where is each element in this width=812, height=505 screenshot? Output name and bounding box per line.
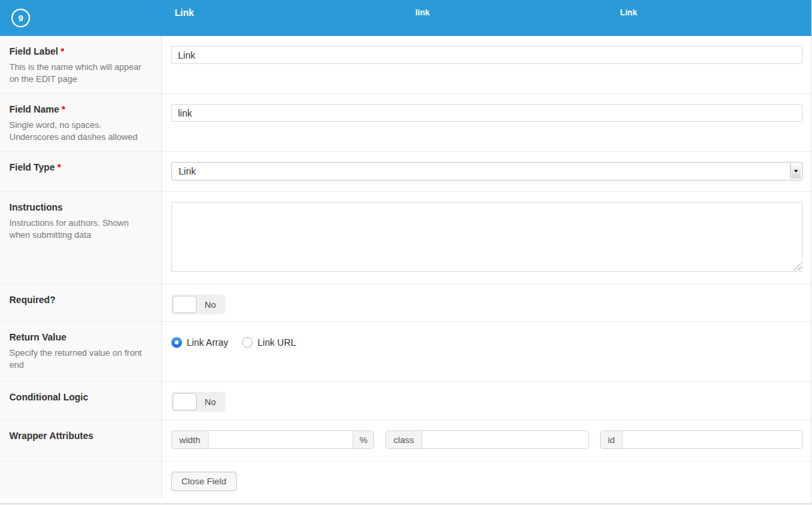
toggle-knob[interactable]: [173, 393, 197, 410]
wrapper-id-group: id: [600, 430, 803, 449]
wrapper-width-percent-label: %: [353, 431, 373, 448]
row-return-value-heading: Return Value Specify the returned value …: [0, 322, 162, 381]
row-field-label: Field Label * This is the name which wil…: [0, 36, 811, 93]
wrapper-class-input[interactable]: [422, 431, 588, 448]
wrapper-attributes-title: Wrapper Attributes: [9, 430, 151, 441]
wrapper-width-prepend-label: width: [172, 431, 209, 448]
required-asterisk: *: [62, 104, 65, 115]
wrapper-width-group: width %: [171, 430, 374, 449]
instructions-textarea[interactable]: [171, 202, 803, 272]
wrapper-width-input[interactable]: [209, 431, 353, 448]
row-field-type-content: Link: [162, 152, 811, 191]
field-name-input[interactable]: [171, 104, 803, 122]
handle-field-label: Link: [162, 0, 415, 18]
row-close-field-content: Close Field: [162, 462, 811, 498]
row-field-name: Field Name * Single word, no spaces. Und…: [0, 93, 811, 151]
wrapper-id-input[interactable]: [623, 431, 802, 448]
return-value-radio-group: Link Array Link URL: [171, 332, 803, 348]
row-field-type-heading: Field Type *: [0, 152, 162, 191]
required-asterisk: *: [61, 46, 64, 57]
row-required-heading: Required?: [0, 284, 162, 321]
handle-field-type: Link: [620, 0, 811, 17]
radio-option-link-url[interactable]: Link URL: [242, 337, 296, 348]
radio-unselected-icon[interactable]: [242, 337, 253, 348]
field-type-text: Field Type: [9, 162, 55, 173]
field-label-description: This is the name which will appear on th…: [9, 61, 151, 85]
row-conditional-logic-heading: Conditional Logic: [0, 382, 162, 420]
field-editor-panel: 9 Link link Link Field Label * This is t…: [0, 0, 812, 504]
row-field-label-content: [162, 36, 811, 93]
conditional-logic-toggle[interactable]: No: [171, 392, 225, 412]
field-type-selected-value: Link: [179, 166, 196, 177]
instructions-textarea-wrap: [171, 202, 803, 272]
select-dropdown-arrow-icon[interactable]: [790, 163, 801, 179]
wrapper-class-prepend-label: class: [386, 431, 422, 448]
radio-selected-icon[interactable]: [171, 337, 182, 348]
wrapper-attributes-groups: width % class id: [171, 430, 803, 449]
field-name-title: Field Name *: [9, 104, 151, 115]
field-order-column: 9: [0, 0, 162, 36]
conditional-logic-title: Conditional Logic: [9, 392, 151, 402]
row-conditional-logic: Conditional Logic No: [0, 381, 811, 420]
radio-link-array-label: Link Array: [187, 337, 228, 348]
row-wrapper-attributes-heading: Wrapper Attributes: [0, 420, 162, 461]
return-value-title: Return Value: [9, 332, 151, 342]
row-instructions: Instructions Instructions for authors. S…: [0, 191, 811, 284]
field-label-title: Field Label *: [9, 46, 151, 57]
row-required-content: No: [162, 284, 811, 321]
row-return-value-content: Link Array Link URL: [162, 322, 811, 381]
row-field-type: Field Type * Link: [0, 151, 811, 191]
handle-field-name: link: [415, 0, 620, 17]
close-field-button[interactable]: Close Field: [171, 472, 237, 491]
instructions-description: Instructions for authors. Shown when sub…: [9, 217, 151, 241]
return-value-description: Specify the returned value on front end: [9, 347, 151, 371]
wrapper-id-prepend-label: id: [601, 431, 623, 448]
row-instructions-heading: Instructions Instructions for authors. S…: [0, 192, 162, 284]
required-toggle-state: No: [198, 300, 225, 310]
field-handle-bar[interactable]: 9 Link link Link: [0, 0, 811, 36]
instructions-title: Instructions: [9, 202, 151, 213]
row-return-value: Return Value Specify the returned value …: [0, 321, 811, 381]
field-type-select[interactable]: Link: [171, 162, 803, 181]
field-label-text: Field Label: [9, 46, 58, 57]
field-name-text: Field Name: [9, 104, 59, 115]
row-field-name-heading: Field Name * Single word, no spaces. Und…: [0, 94, 162, 151]
field-name-description: Single word, no spaces. Underscores and …: [9, 119, 151, 143]
row-conditional-logic-content: No: [162, 382, 811, 420]
row-required: Required? No: [0, 284, 811, 321]
wrapper-class-group: class: [385, 430, 588, 449]
field-order-badge[interactable]: 9: [11, 9, 30, 27]
field-label-input[interactable]: [171, 46, 803, 64]
toggle-knob[interactable]: [173, 296, 197, 313]
required-title: Required?: [9, 294, 151, 305]
row-field-label-heading: Field Label * This is the name which wil…: [0, 36, 162, 93]
row-wrapper-attributes-content: width % class id: [162, 420, 811, 461]
row-field-name-content: [162, 94, 811, 151]
row-instructions-content: [162, 192, 811, 284]
radio-option-link-array[interactable]: Link Array: [171, 337, 228, 348]
row-close-field: Close Field: [0, 461, 811, 498]
row-close-field-spacer: [0, 462, 162, 498]
radio-link-url-label: Link URL: [257, 337, 296, 348]
required-toggle[interactable]: No: [171, 294, 225, 314]
required-asterisk: *: [57, 162, 61, 173]
conditional-logic-toggle-state: No: [198, 397, 225, 407]
row-wrapper-attributes: Wrapper Attributes width % class id: [0, 420, 811, 461]
field-type-title: Field Type *: [9, 162, 151, 173]
